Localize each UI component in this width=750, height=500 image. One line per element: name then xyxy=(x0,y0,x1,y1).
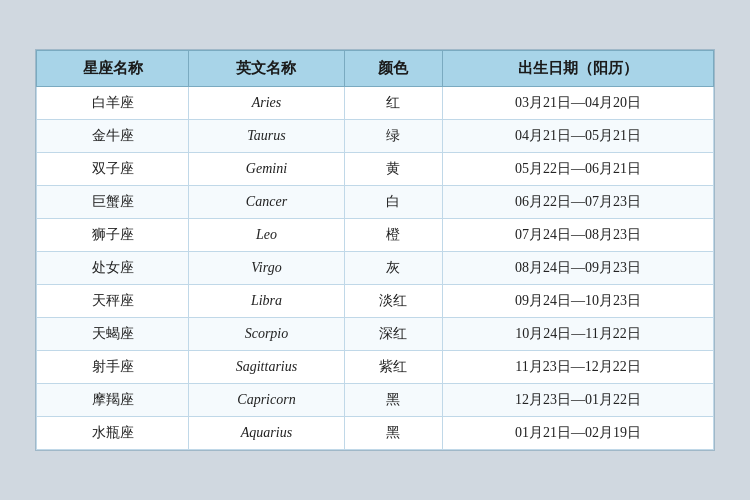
cell-english-name: Libra xyxy=(189,285,344,318)
cell-english-name: Sagittarius xyxy=(189,351,344,384)
cell-dates: 04月21日—05月21日 xyxy=(443,120,714,153)
cell-chinese-name: 处女座 xyxy=(37,252,189,285)
table-row: 金牛座Taurus绿04月21日—05月21日 xyxy=(37,120,714,153)
cell-chinese-name: 水瓶座 xyxy=(37,417,189,450)
table-row: 处女座Virgo灰08月24日—09月23日 xyxy=(37,252,714,285)
table-row: 双子座Gemini黄05月22日—06月21日 xyxy=(37,153,714,186)
table-row: 天蝎座Scorpio深红10月24日—11月22日 xyxy=(37,318,714,351)
cell-dates: 08月24日—09月23日 xyxy=(443,252,714,285)
header-chinese-name: 星座名称 xyxy=(37,51,189,87)
table-header-row: 星座名称 英文名称 颜色 出生日期（阳历） xyxy=(37,51,714,87)
cell-dates: 10月24日—11月22日 xyxy=(443,318,714,351)
cell-chinese-name: 狮子座 xyxy=(37,219,189,252)
cell-english-name: Aries xyxy=(189,87,344,120)
cell-dates: 11月23日—12月22日 xyxy=(443,351,714,384)
cell-english-name: Gemini xyxy=(189,153,344,186)
cell-chinese-name: 金牛座 xyxy=(37,120,189,153)
cell-chinese-name: 射手座 xyxy=(37,351,189,384)
zodiac-table-container: 星座名称 英文名称 颜色 出生日期（阳历） 白羊座Aries红03月21日—04… xyxy=(35,49,715,451)
cell-color: 灰 xyxy=(344,252,443,285)
table-row: 巨蟹座Cancer白06月22日—07月23日 xyxy=(37,186,714,219)
cell-dates: 07月24日—08月23日 xyxy=(443,219,714,252)
cell-dates: 05月22日—06月21日 xyxy=(443,153,714,186)
cell-english-name: Virgo xyxy=(189,252,344,285)
cell-chinese-name: 天秤座 xyxy=(37,285,189,318)
zodiac-table: 星座名称 英文名称 颜色 出生日期（阳历） 白羊座Aries红03月21日—04… xyxy=(36,50,714,450)
cell-color: 绿 xyxy=(344,120,443,153)
cell-english-name: Taurus xyxy=(189,120,344,153)
cell-english-name: Cancer xyxy=(189,186,344,219)
cell-chinese-name: 天蝎座 xyxy=(37,318,189,351)
header-english-name: 英文名称 xyxy=(189,51,344,87)
cell-dates: 06月22日—07月23日 xyxy=(443,186,714,219)
table-row: 摩羯座Capricorn黑12月23日—01月22日 xyxy=(37,384,714,417)
cell-english-name: Capricorn xyxy=(189,384,344,417)
table-row: 狮子座Leo橙07月24日—08月23日 xyxy=(37,219,714,252)
table-row: 水瓶座Aquarius黑01月21日—02月19日 xyxy=(37,417,714,450)
cell-color: 淡红 xyxy=(344,285,443,318)
cell-dates: 01月21日—02月19日 xyxy=(443,417,714,450)
cell-color: 黑 xyxy=(344,417,443,450)
cell-color: 深红 xyxy=(344,318,443,351)
cell-english-name: Scorpio xyxy=(189,318,344,351)
cell-dates: 03月21日—04月20日 xyxy=(443,87,714,120)
cell-color: 紫红 xyxy=(344,351,443,384)
cell-chinese-name: 白羊座 xyxy=(37,87,189,120)
cell-color: 红 xyxy=(344,87,443,120)
cell-dates: 09月24日—10月23日 xyxy=(443,285,714,318)
cell-english-name: Aquarius xyxy=(189,417,344,450)
cell-chinese-name: 摩羯座 xyxy=(37,384,189,417)
cell-english-name: Leo xyxy=(189,219,344,252)
header-dates: 出生日期（阳历） xyxy=(443,51,714,87)
cell-chinese-name: 双子座 xyxy=(37,153,189,186)
cell-dates: 12月23日—01月22日 xyxy=(443,384,714,417)
table-row: 白羊座Aries红03月21日—04月20日 xyxy=(37,87,714,120)
cell-chinese-name: 巨蟹座 xyxy=(37,186,189,219)
cell-color: 黑 xyxy=(344,384,443,417)
table-row: 射手座Sagittarius紫红11月23日—12月22日 xyxy=(37,351,714,384)
header-color: 颜色 xyxy=(344,51,443,87)
cell-color: 白 xyxy=(344,186,443,219)
table-row: 天秤座Libra淡红09月24日—10月23日 xyxy=(37,285,714,318)
cell-color: 黄 xyxy=(344,153,443,186)
cell-color: 橙 xyxy=(344,219,443,252)
